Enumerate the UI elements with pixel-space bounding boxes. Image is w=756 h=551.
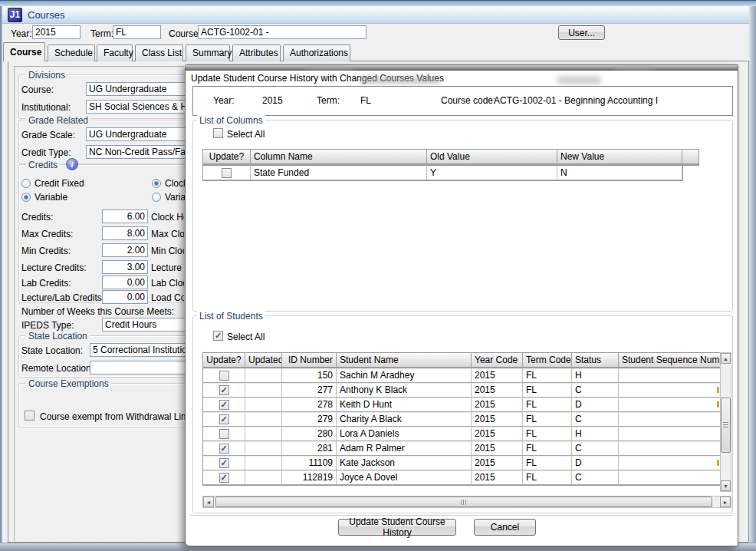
column-header[interactable]: Year Code [472,353,523,368]
table-row-cell: D [572,398,619,412]
table-row-cell: 277 [282,383,337,398]
tab-attributes[interactable]: Attributes [232,45,281,61]
table-row-cell [245,470,282,485]
table-row-cell: FL [523,398,572,412]
table-row-cell [203,368,245,383]
course-exempt-checkbox[interactable] [25,411,35,421]
table-row-cell: ✓ [203,398,245,412]
table-row-cell: 2015 [472,368,523,383]
grade-related-group-label: Grade Related [26,115,90,126]
window-top-frame [0,0,756,6]
tab-schedule[interactable]: Schedule [48,45,95,61]
row-update-checkbox[interactable]: ✓ [219,473,229,483]
row-update-checkbox[interactable]: ✓ [219,400,229,410]
term-input[interactable]: FL [113,25,161,39]
table-row-cell: ✓ [203,441,245,456]
redacted-text [360,76,440,84]
column-header[interactable]: Column Name [251,150,427,165]
info-icon[interactable]: i [66,158,78,170]
column-header[interactable]: Student Sequence Number [619,353,721,368]
columns-table-body: State Funded Y N [202,166,683,181]
table-row-cell [619,412,721,427]
tab-course[interactable]: Course [3,42,45,61]
students-select-all-checkbox[interactable]: ✓ [213,331,223,341]
redacted-text [614,66,656,70]
column-header[interactable]: Old Value [427,150,557,165]
column-header[interactable]: Term Code [523,353,572,368]
cancel-button[interactable]: Cancel [474,519,536,536]
state-location-group-label: State Location [26,331,90,341]
tab-authorizations[interactable]: Authorizations [283,45,350,61]
column-header[interactable]: Status [572,353,619,368]
variable-radio[interactable] [21,193,31,202]
tab-class-list[interactable]: Class List [135,45,183,61]
course-input[interactable]: ACTG-1002-01 - [198,25,366,39]
table-row-cell: ✓ [203,383,245,398]
table-row-cell: FL [523,441,572,456]
row-update-checkbox[interactable] [222,168,232,178]
window-left-frame [0,6,2,551]
table-row-cell: 11109 [282,456,337,470]
scroll-left-button[interactable]: ◄ [203,497,214,507]
table-row-cell: Joyce A Dovel [337,470,472,485]
column-header[interactable]: Updated [245,353,282,368]
scroll-down-button[interactable]: ▼ [721,480,731,491]
dialog-top-band [186,65,738,71]
columns-select-all-checkbox[interactable] [213,128,223,138]
students-horizontal-scrollbar[interactable]: ◄ ► [202,496,731,508]
students-vertical-scrollbar[interactable]: ▲ ▼ [720,352,731,492]
table-row-cell: ✓ [203,412,245,427]
lab-credits-input[interactable]: 0.00 [102,276,148,289]
column-header[interactable]: ID Number [282,353,337,368]
max-credits-label: Max Credits: [21,229,73,239]
max-credits-input[interactable]: 8.00 [102,226,148,240]
lecture-clock-label: Lecture Clo [151,262,184,273]
row-update-checkbox[interactable]: ✓ [219,385,229,395]
lecture-credits-input[interactable]: 3.00 [102,260,148,274]
scrollbar-thumb[interactable] [215,497,712,507]
credits-input[interactable]: 6.00 [102,210,148,223]
row-update-checkbox[interactable] [219,429,229,439]
window-right-frame [749,6,756,551]
credit-fixed-radio[interactable] [21,179,31,188]
scrollbar-thumb[interactable] [721,398,731,453]
column-header[interactable]: Update? [203,353,245,368]
table-row-cell: Anthony K Black [337,383,472,398]
table-row-cell [619,441,721,456]
scrollbar-grip [461,500,467,505]
clock-hours-label: Clock Hour [151,212,184,223]
clock-radio[interactable] [152,179,161,188]
scroll-up-button[interactable]: ▲ [721,353,731,364]
year-label: Year: [11,28,32,39]
table-row-cell: FL [523,383,572,398]
app-window: J1 Courses Year: 2015 Term: FL Course: A… [0,0,756,551]
row-update-checkbox[interactable]: ✓ [219,458,229,468]
tab-faculty[interactable]: Faculty [97,45,133,61]
row-update-checkbox[interactable]: ✓ [219,414,229,424]
column-header[interactable]: Student Name [337,353,472,368]
user-button[interactable]: User... [558,25,605,40]
table-row-cell [619,456,721,470]
table-row-cell: 2015 [472,456,523,470]
credit-type-label: Credit Type: [21,147,71,158]
update-student-course-history-button[interactable]: Update Student Course History [338,519,456,536]
lecture-lab-credits-input[interactable]: 0.00 [102,290,148,304]
column-header[interactable]: New Value [557,150,682,165]
row-update-checkbox[interactable]: ✓ [219,444,229,454]
students-select-all-label: Select All [227,332,265,342]
credits-label: Credits: [21,212,53,223]
scroll-right-button[interactable]: ► [720,497,731,507]
scrollbar-grip [723,422,728,428]
ipeds-type-input[interactable]: Credit Hours [102,318,186,332]
year-input[interactable]: 2015 [32,25,81,39]
table-row-cell [245,441,282,456]
table-row-cell: C [572,441,619,456]
row-update-checkbox[interactable] [219,371,229,381]
tab-summary[interactable]: Summary [186,45,230,61]
table-row-cell: Adam R Palmer [337,441,472,456]
column-header[interactable]: Update? [203,150,251,165]
course-label: Course: [169,28,201,39]
min-credits-input[interactable]: 2.00 [102,243,148,257]
list-of-students-group-label: List of Students [197,311,265,322]
variable-clock-radio[interactable] [152,193,161,202]
